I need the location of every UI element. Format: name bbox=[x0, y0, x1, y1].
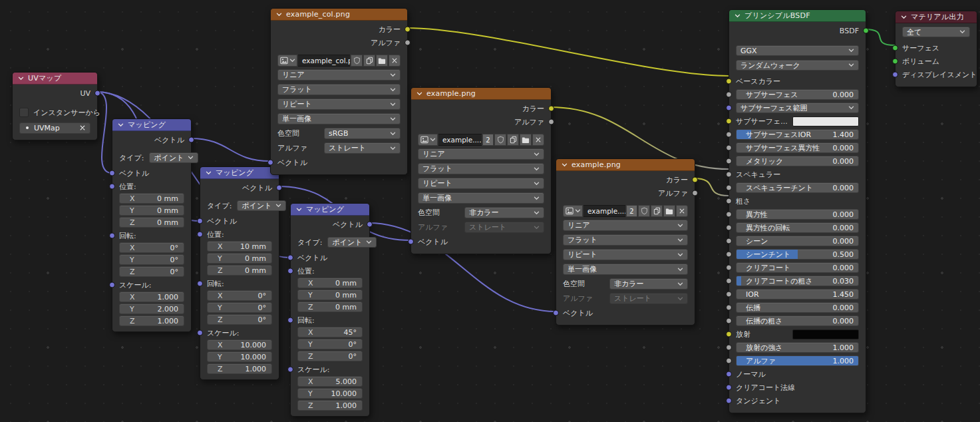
socket-metallic[interactable] bbox=[726, 158, 732, 164]
socket-bsdf-output[interactable] bbox=[863, 28, 869, 34]
socket-volume[interactable] bbox=[892, 59, 898, 65]
rotation-x-field[interactable]: X0° bbox=[207, 290, 272, 301]
rotation-y-field[interactable]: Y0° bbox=[119, 254, 184, 265]
socket-uv-output[interactable] bbox=[94, 91, 100, 97]
socket-subsurface-color[interactable] bbox=[726, 118, 732, 124]
copy-button[interactable] bbox=[507, 134, 519, 146]
type-select[interactable]: ポイント bbox=[149, 152, 198, 163]
scale-x-field[interactable]: X10.000 bbox=[207, 339, 272, 350]
copy-button[interactable] bbox=[363, 55, 375, 67]
copy-button[interactable] bbox=[651, 205, 663, 217]
rotation-y-field[interactable]: Y0° bbox=[297, 339, 363, 349]
node-header[interactable]: マテリアル出力 bbox=[896, 11, 977, 23]
location-x-field[interactable]: X10 mm bbox=[207, 241, 272, 252]
node-editor-canvas[interactable]: UVマップUVインスタンサーからUVMapマッピングベクトルタイプ:ポイントベク… bbox=[0, 0, 980, 422]
node-header[interactable]: マッピング bbox=[112, 119, 191, 131]
color-space-select[interactable]: 非カラー bbox=[609, 278, 688, 290]
uv-name-field[interactable]: UVMap bbox=[19, 122, 90, 134]
rotation-x-field[interactable]: X0° bbox=[119, 242, 184, 253]
source-select[interactable]: 単一画像 bbox=[563, 264, 688, 275]
extension-select[interactable]: リピート bbox=[277, 99, 401, 110]
socket-clearcoat[interactable] bbox=[726, 265, 732, 271]
metallic-slider[interactable]: メタリック0.000 bbox=[736, 156, 859, 166]
socket-rotation[interactable] bbox=[287, 317, 293, 323]
socket-base-color[interactable] bbox=[726, 79, 732, 85]
image-name-field[interactable]: example.... bbox=[583, 205, 625, 217]
unlink-button[interactable] bbox=[676, 205, 688, 217]
location-z-field[interactable]: Z0 mm bbox=[207, 265, 272, 276]
users-count-badge[interactable]: 2 bbox=[626, 205, 637, 217]
socket-scale[interactable] bbox=[197, 330, 203, 336]
scale-z-field[interactable]: Z1.000 bbox=[119, 316, 184, 326]
scale-y-field[interactable]: Y10.000 bbox=[207, 351, 272, 362]
transmission-roughness-slider[interactable]: 伝播の粗さ0.000 bbox=[736, 316, 859, 326]
socket-specular[interactable] bbox=[726, 172, 732, 178]
node-header[interactable]: example_col.png bbox=[271, 9, 407, 21]
socket-alpha-output[interactable] bbox=[548, 119, 554, 125]
from-instancer-checkbox[interactable] bbox=[19, 108, 29, 117]
socket-subsurface-ior[interactable] bbox=[726, 132, 732, 138]
subsurface-ior-slider[interactable]: サブサーフェスIOR1.400 bbox=[736, 129, 859, 140]
socket-alpha-output[interactable] bbox=[692, 190, 698, 196]
color-space-select[interactable]: sRGB bbox=[324, 128, 401, 139]
source-select[interactable]: 単一画像 bbox=[418, 192, 544, 204]
socket-vector-output[interactable] bbox=[276, 185, 282, 191]
socket-subsurface[interactable] bbox=[726, 92, 732, 98]
rotation-y-field[interactable]: Y0° bbox=[207, 302, 272, 313]
fake-user-button[interactable] bbox=[351, 55, 363, 67]
socket-location[interactable] bbox=[287, 268, 293, 274]
location-z-field[interactable]: Z0 mm bbox=[119, 217, 184, 228]
emission-strength-slider[interactable]: 放射の強さ1.000 bbox=[736, 342, 859, 353]
image-browse-button[interactable] bbox=[277, 55, 297, 67]
socket-color-output[interactable] bbox=[692, 177, 698, 183]
location-y-field[interactable]: Y0 mm bbox=[297, 290, 363, 300]
scale-y-field[interactable]: Y10.000 bbox=[297, 388, 363, 399]
socket-vector-output[interactable] bbox=[367, 222, 373, 228]
scale-z-field[interactable]: Z1.000 bbox=[207, 363, 272, 374]
target-select[interactable]: 全て bbox=[902, 27, 970, 37]
socket-vector-input[interactable] bbox=[287, 255, 293, 261]
socket-ior[interactable] bbox=[726, 292, 732, 298]
subsurface-slider[interactable]: サブサーフェス0.000 bbox=[736, 89, 859, 100]
socket-vector-input[interactable] bbox=[553, 310, 559, 316]
socket-vector-input[interactable] bbox=[197, 218, 203, 224]
type-select[interactable]: ポイント bbox=[237, 200, 286, 211]
open-image-button[interactable] bbox=[376, 55, 388, 67]
location-y-field[interactable]: Y0 mm bbox=[119, 205, 184, 216]
distribution-select[interactable]: GGX bbox=[736, 45, 859, 56]
fake-user-button[interactable] bbox=[638, 205, 650, 217]
type-select[interactable]: ポイント bbox=[327, 237, 377, 248]
socket-color-output[interactable] bbox=[548, 106, 554, 112]
node-header[interactable]: example.png bbox=[411, 88, 551, 100]
socket-anisotropic-rotation[interactable] bbox=[726, 225, 732, 231]
socket-color-output[interactable] bbox=[405, 27, 410, 33]
image-name-field[interactable]: example_col.png bbox=[298, 55, 350, 67]
alpha-mode-select[interactable]: ストレート bbox=[324, 142, 401, 154]
socket-displacement[interactable] bbox=[892, 72, 898, 78]
image-name-field[interactable]: example.... bbox=[438, 134, 482, 146]
image-browse-button[interactable] bbox=[563, 205, 583, 217]
ior-slider[interactable]: IOR1.450 bbox=[736, 289, 859, 300]
source-select[interactable]: 単一画像 bbox=[277, 113, 401, 124]
socket-rotation[interactable] bbox=[109, 233, 115, 239]
node-header[interactable]: UVマップ bbox=[13, 73, 97, 85]
socket-tangent[interactable] bbox=[726, 398, 732, 404]
scale-x-field[interactable]: X5.000 bbox=[297, 376, 363, 387]
anisotropic-slider[interactable]: 異方性0.000 bbox=[736, 209, 859, 220]
rotation-z-field[interactable]: Z0° bbox=[119, 266, 184, 277]
location-y-field[interactable]: Y0 mm bbox=[207, 253, 272, 264]
rotation-z-field[interactable]: Z0° bbox=[207, 314, 272, 325]
node-header[interactable]: マッピング bbox=[291, 204, 369, 216]
clearcoat-roughness-slider[interactable]: クリアコートの粗さ0.030 bbox=[736, 276, 859, 286]
alpha-slider[interactable]: アルファ1.000 bbox=[736, 355, 859, 366]
subsurface-radius-select[interactable]: サブサーフェス範囲 bbox=[736, 103, 859, 113]
rotation-z-field[interactable]: Z0° bbox=[297, 351, 363, 361]
socket-sheen-tint[interactable] bbox=[726, 252, 732, 258]
subsurface-method-select[interactable]: ランダムウォーク bbox=[736, 60, 859, 71]
projection-select[interactable]: フラット bbox=[563, 234, 688, 246]
socket-vector-input[interactable] bbox=[408, 239, 414, 245]
specular-tint-slider[interactable]: スペキュラーチント0.000 bbox=[736, 182, 859, 193]
socket-transmission[interactable] bbox=[726, 305, 732, 311]
node-header[interactable]: example.png bbox=[556, 159, 695, 171]
sheen-tint-slider[interactable]: シーンチント0.500 bbox=[736, 249, 859, 260]
